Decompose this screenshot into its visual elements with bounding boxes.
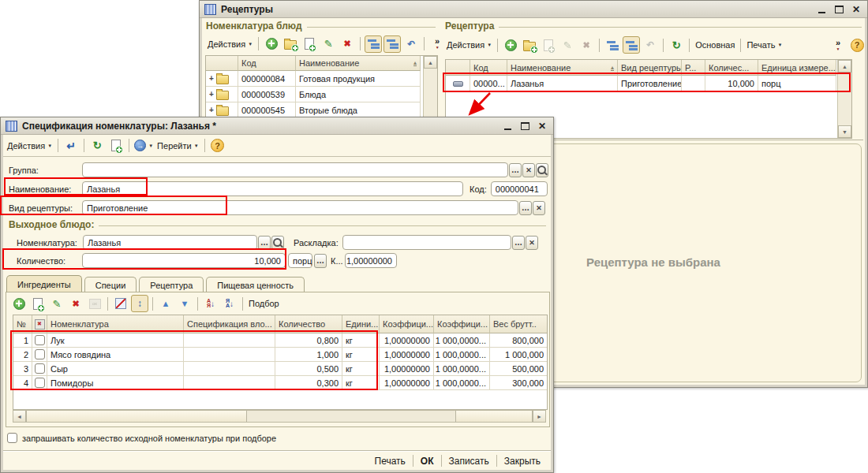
ok-button[interactable]: ОК bbox=[413, 454, 441, 468]
coef1-column-header[interactable]: Коэффици... bbox=[380, 315, 434, 333]
quantity-input[interactable]: 10,000 bbox=[82, 253, 286, 268]
tab-recipe[interactable]: Рецептура bbox=[139, 277, 204, 293]
flag-cell[interactable] bbox=[32, 333, 47, 348]
code-input[interactable]: 000000041 bbox=[491, 181, 548, 196]
layout-input[interactable] bbox=[342, 235, 511, 250]
flag-cell[interactable] bbox=[32, 376, 47, 390]
code-column-header[interactable]: Код bbox=[238, 56, 296, 71]
coefficient-input[interactable]: 1,00000000 bbox=[345, 253, 397, 268]
help-button[interactable] bbox=[848, 36, 865, 54]
add-group-button[interactable] bbox=[521, 36, 538, 54]
group-select-button[interactable] bbox=[509, 163, 522, 177]
actions-menu-button[interactable]: Действия bbox=[6, 141, 54, 151]
name-column-header[interactable]: Номенклатура bbox=[47, 315, 184, 333]
goto-button[interactable] bbox=[133, 137, 154, 155]
table-row[interactable]: 00000... Лазанья Приготовление 10,000 по… bbox=[446, 76, 851, 92]
scroll-up-button[interactable] bbox=[424, 56, 437, 69]
end-edit-button[interactable] bbox=[86, 295, 103, 312]
sort-asc-button[interactable] bbox=[202, 295, 219, 312]
tab-spices[interactable]: Специи bbox=[84, 277, 137, 293]
row-checkbox[interactable] bbox=[35, 349, 45, 359]
actions-menu-button[interactable]: Действия bbox=[445, 40, 493, 50]
unit-input[interactable]: порц bbox=[288, 253, 312, 268]
unit-column-header[interactable]: Едини... bbox=[342, 315, 380, 333]
layout-clear-button[interactable] bbox=[526, 236, 538, 250]
scroll-up-button[interactable] bbox=[838, 60, 851, 73]
flag-column-header[interactable] bbox=[32, 315, 47, 333]
name-column-header[interactable]: Наименование bbox=[507, 60, 618, 76]
history-button[interactable] bbox=[642, 36, 659, 54]
add-row-button[interactable] bbox=[10, 295, 28, 312]
scroll-down-button[interactable] bbox=[838, 125, 851, 138]
num-column-header[interactable]: № bbox=[13, 315, 32, 333]
copy-button[interactable] bbox=[301, 35, 318, 53]
row-expander-cell[interactable] bbox=[206, 87, 238, 102]
spec-column-header[interactable]: Спецификация вло... bbox=[184, 315, 275, 333]
coef2-column-header[interactable]: Коэффици... bbox=[434, 315, 490, 333]
scrollbar-track[interactable] bbox=[838, 73, 851, 125]
name-input[interactable]: Лазанья bbox=[82, 181, 463, 196]
table-row[interactable]: 000000545 Вторые блюда bbox=[206, 102, 437, 118]
reorder-button[interactable] bbox=[131, 295, 148, 312]
row-checkbox[interactable] bbox=[35, 363, 45, 374]
qty-column-header[interactable]: Количество bbox=[275, 315, 342, 333]
horizontal-scrollbar[interactable] bbox=[13, 410, 546, 423]
list-view-button[interactable] bbox=[365, 35, 382, 53]
row-checkbox[interactable] bbox=[35, 335, 45, 345]
help-button[interactable] bbox=[209, 137, 226, 155]
name-column-header[interactable]: Наименование bbox=[296, 56, 421, 71]
scrollbar-track[interactable] bbox=[247, 411, 455, 422]
row-expander-cell[interactable] bbox=[206, 102, 238, 118]
r-column-header[interactable]: Р... bbox=[682, 60, 705, 76]
delete-button[interactable] bbox=[339, 35, 356, 53]
ingredient-row[interactable]: 1 Лук 0,800 кг 1,00000000 1 000,0000... … bbox=[13, 333, 547, 348]
add-button[interactable] bbox=[263, 35, 280, 53]
edit-button[interactable] bbox=[320, 35, 337, 53]
group-open-button[interactable] bbox=[536, 163, 548, 177]
gross-column-header[interactable]: Вес брутт.. bbox=[490, 315, 547, 333]
write-button[interactable]: Записать bbox=[442, 454, 496, 468]
flag-cell[interactable] bbox=[32, 348, 47, 362]
edit-button[interactable] bbox=[559, 36, 576, 54]
marker-column-header[interactable] bbox=[446, 60, 470, 76]
save-button[interactable] bbox=[62, 137, 80, 155]
delete-button[interactable] bbox=[578, 36, 595, 54]
move-down-button[interactable] bbox=[176, 295, 193, 312]
copy-button[interactable] bbox=[540, 36, 557, 54]
pick-button[interactable]: Подбор bbox=[247, 299, 281, 308]
minimize-button[interactable] bbox=[815, 3, 828, 16]
minimize-button[interactable] bbox=[501, 120, 514, 132]
tab-nutrition[interactable]: Пищевая ценность bbox=[206, 277, 305, 293]
recipe-kind-input[interactable]: Приготовление bbox=[82, 200, 518, 215]
nomenclature-open-button[interactable] bbox=[271, 236, 284, 250]
history-button[interactable] bbox=[402, 35, 420, 53]
group-input[interactable] bbox=[82, 162, 508, 177]
list-view-button[interactable] bbox=[604, 36, 621, 54]
group-clear-button[interactable] bbox=[522, 163, 535, 177]
add-button[interactable] bbox=[502, 36, 519, 54]
nomenclature-input[interactable]: Лазанья bbox=[83, 235, 257, 250]
hierarchy-view-button[interactable] bbox=[383, 35, 401, 53]
delete-row-button[interactable] bbox=[67, 295, 84, 312]
close-button[interactable] bbox=[850, 3, 862, 16]
row-expander-cell[interactable] bbox=[206, 71, 238, 87]
vertical-scrollbar[interactable] bbox=[837, 60, 851, 138]
scroll-left-button[interactable] bbox=[13, 411, 26, 422]
table-row[interactable]: 000000084 Готовая продукция bbox=[206, 71, 437, 87]
maximize-button[interactable] bbox=[518, 120, 531, 132]
expander-column-header[interactable] bbox=[206, 56, 238, 71]
copy-row-button[interactable] bbox=[29, 295, 47, 312]
layout-select-button[interactable] bbox=[512, 236, 525, 250]
edit-row-button[interactable] bbox=[48, 295, 65, 312]
main-view-button[interactable]: Основная bbox=[694, 40, 736, 50]
cancel-filter-button[interactable] bbox=[112, 295, 129, 312]
recipes-titlebar[interactable]: Рецептуры bbox=[200, 1, 867, 18]
sort-desc-button[interactable] bbox=[221, 295, 238, 312]
actions-menu-button[interactable]: Действия bbox=[206, 39, 254, 49]
ingredient-row[interactable]: 2 Мясо говядина 1,000 кг 1,00000000 1 00… bbox=[13, 348, 547, 362]
nomenclature-select-button[interactable] bbox=[258, 236, 271, 250]
more-buttons-button[interactable] bbox=[829, 36, 847, 54]
goto-menu-button[interactable]: Перейти bbox=[155, 141, 200, 151]
qty-column-header[interactable]: Количес... bbox=[705, 60, 758, 76]
recipe-kind-select-button[interactable] bbox=[519, 201, 532, 215]
